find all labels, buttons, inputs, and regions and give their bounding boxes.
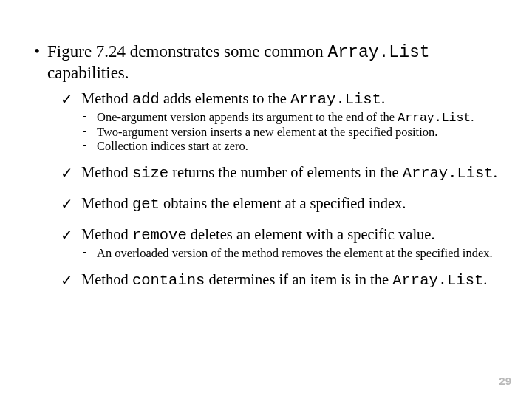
sub-text: Collection indices start at zero. (97, 139, 248, 153)
sub-list: - One-argument version appends its argum… (81, 110, 502, 153)
item-text: Method get obtains the element at a spec… (81, 194, 406, 214)
check-icon: ✓ (61, 270, 74, 290)
list-item: - An overloaded version of the method re… (81, 246, 502, 260)
dash-icon: - (81, 125, 88, 139)
check-icon: ✓ (61, 163, 74, 183)
bullet-dot-icon: • (34, 41, 40, 62)
txt: determines if an item is in the (205, 271, 392, 287)
txt: . (471, 110, 474, 124)
dash-icon: - (81, 139, 88, 153)
txt: returns the number of elements in the (168, 164, 403, 180)
txt: adds elements to the (160, 90, 290, 106)
code: Array.List (392, 272, 483, 289)
list-item: - Two-argument version inserts a new ele… (81, 125, 502, 139)
main-text: Figure 7.24 demonstrates some common Arr… (47, 41, 502, 83)
txt: Method (81, 164, 132, 180)
txt: . (483, 271, 487, 287)
sub-items: ✓ Method add adds elements to the Array.… (61, 89, 502, 290)
main-code: Array.List (328, 43, 430, 62)
txt: . (381, 90, 385, 106)
code: add (132, 91, 160, 108)
code: size (132, 165, 168, 182)
code: remove (132, 227, 187, 244)
code: Array.List (398, 111, 471, 125)
item-text: Method add adds elements to the Array.Li… (81, 89, 385, 109)
sub-text: An overloaded version of the method remo… (97, 246, 493, 260)
txt: One-argument version appends its argumen… (97, 110, 398, 124)
sub-list: - An overloaded version of the method re… (81, 246, 502, 260)
check-icon: ✓ (61, 225, 74, 245)
code: contains (132, 272, 205, 289)
item-text: Method contains determines if an item is… (81, 270, 487, 290)
txt: . (494, 164, 497, 180)
bullet-main: • Figure 7.24 demonstrates some common A… (30, 41, 502, 83)
sub-text: One-argument version appends its argumen… (97, 110, 474, 125)
sub-text: Two-argument version inserts a new eleme… (97, 125, 437, 139)
list-item: - Collection indices start at zero. (81, 139, 502, 153)
txt: Method (81, 271, 132, 287)
dash-icon: - (81, 110, 88, 124)
list-item: - One-argument version appends its argum… (81, 110, 502, 125)
check-icon: ✓ (61, 194, 74, 214)
list-item: ✓ Method contains determines if an item … (61, 270, 502, 290)
txt: Method (81, 195, 132, 211)
code: get (132, 196, 160, 213)
txt: Method (81, 226, 132, 242)
item-text: Method size returns the number of elemen… (81, 163, 497, 183)
page-number: 29 (499, 375, 511, 387)
dash-icon: - (81, 246, 88, 260)
main-text-a: Figure 7.24 demonstrates some common (47, 42, 327, 61)
txt: obtains the element at a specified index… (160, 195, 406, 211)
item-text: Method remove deletes an element with a … (81, 225, 435, 245)
list-item: ✓ Method add adds elements to the Array.… (61, 89, 502, 109)
list-item: ✓ Method remove deletes an element with … (61, 225, 502, 245)
code: Array.List (290, 91, 381, 108)
slide: • Figure 7.24 demonstrates some common A… (0, 0, 532, 399)
txt: deletes an element with a specific value… (187, 226, 435, 242)
code: Array.List (403, 165, 494, 182)
list-item: ✓ Method size returns the number of elem… (61, 163, 502, 183)
list-item: ✓ Method get obtains the element at a sp… (61, 194, 502, 214)
txt: Method (81, 90, 132, 106)
check-icon: ✓ (61, 89, 74, 109)
main-text-b: capabilities. (47, 64, 129, 82)
